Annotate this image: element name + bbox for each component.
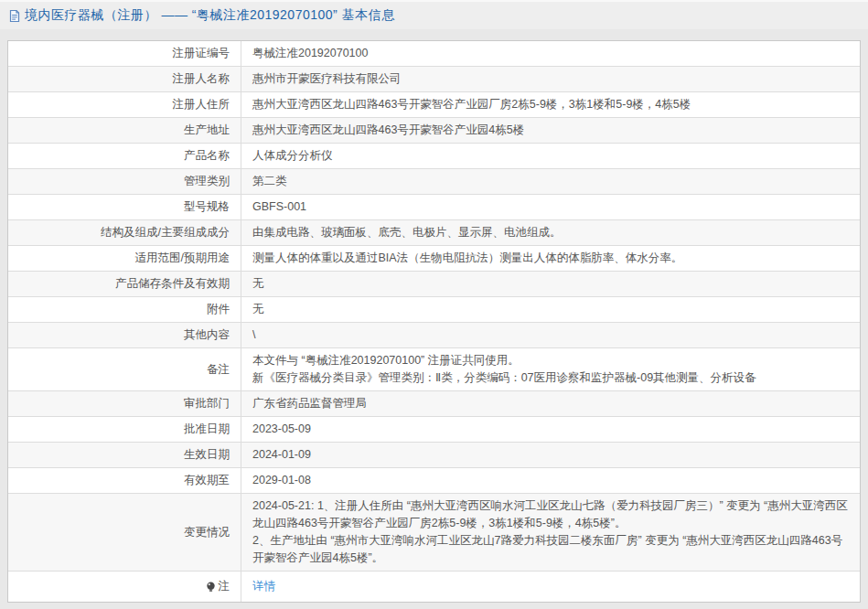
details-link[interactable]: 详情: [252, 578, 275, 595]
row-label: 生产地址: [8, 118, 241, 143]
row-value: 2024-05-21: 1、注册人住所由 “惠州大亚湾西区响水河工业区龙山七路（…: [241, 494, 860, 571]
note-row-value: 详情: [241, 572, 860, 602]
row-label: 审批部门: [8, 391, 241, 416]
table-row: 附件 无: [8, 297, 860, 323]
row-label: 注册人住所: [8, 92, 241, 117]
table-row: 注册人名称 惠州市开蒙医疗科技有限公司: [8, 67, 860, 92]
table-row: 产品名称 人体成分分析仪: [8, 144, 860, 169]
row-label: 管理类别: [8, 169, 241, 194]
registration-info-table: 注册证编号 粤械注准20192070100 注册人名称 惠州市开蒙医疗科技有限公…: [7, 40, 861, 603]
table-row: 备注 本文件与 “粤械注准20192070100” 注册证共同使用。 新《医疗器…: [8, 348, 860, 391]
row-value: 无: [241, 297, 860, 322]
row-label: 批准日期: [8, 417, 241, 442]
row-value: 2023-05-09: [241, 417, 860, 442]
info-table-body: 注册证编号 粤械注准20192070100 注册人名称 惠州市开蒙医疗科技有限公…: [8, 41, 860, 572]
table-row: 管理类别 第二类: [8, 169, 860, 195]
table-row: 型号规格 GBFS-001: [8, 195, 860, 220]
row-label: 备注: [8, 348, 241, 390]
row-value: 第二类: [241, 169, 860, 194]
table-row: 注册人住所 惠州大亚湾西区龙山四路463号开蒙智谷产业园厂房2栋5-9楼，3栋1…: [8, 92, 860, 118]
row-value: 本文件与 “粤械注准20192070100” 注册证共同使用。 新《医疗器械分类…: [241, 348, 860, 390]
row-value: 人体成分分析仪: [241, 144, 860, 168]
row-value: 无: [241, 272, 860, 296]
row-label: 变更情况: [8, 494, 241, 571]
row-label: 其他内容: [8, 323, 241, 347]
row-value: 广东省药品监督管理局: [241, 391, 860, 416]
row-label: 产品名称: [8, 144, 241, 168]
note-row: 注 详情: [8, 572, 860, 602]
table-row: 审批部门 广东省药品监督管理局: [8, 391, 860, 417]
table-row: 产品储存条件及有效期 无: [8, 272, 860, 297]
row-label: 注册证编号: [8, 41, 241, 66]
row-label: 有效期至: [8, 468, 241, 493]
row-value: \: [241, 323, 860, 347]
row-label: 注册人名称: [8, 67, 241, 91]
bulb-icon: [206, 582, 216, 593]
row-label: 型号规格: [8, 195, 241, 219]
row-label: 附件: [8, 297, 241, 322]
note-row-label: 注: [8, 572, 241, 602]
note-label-text: 注: [219, 578, 230, 595]
table-row: 变更情况 2024-05-21: 1、注册人住所由 “惠州大亚湾西区响水河工业区…: [8, 494, 860, 572]
row-label: 生效日期: [8, 443, 241, 467]
page-title: 境内医疗器械（注册） —— “粤械注准20192070100” 基本信息: [25, 7, 395, 24]
table-row: 批准日期 2023-05-09: [8, 417, 860, 443]
row-value: 粤械注准20192070100: [241, 41, 860, 66]
table-row: 注册证编号 粤械注准20192070100: [8, 41, 860, 67]
page-header: 境内医疗器械（注册） —— “粤械注准20192070100” 基本信息: [0, 0, 868, 29]
row-value: 惠州大亚湾西区龙山四路463号开蒙智谷产业园厂房2栋5-9楼，3栋1楼和5-9楼…: [241, 92, 860, 117]
row-label: 产品储存条件及有效期: [8, 272, 241, 296]
table-row: 生产地址 惠州大亚湾西区龙山四路463号开蒙智谷产业园4栋5楼: [8, 118, 860, 144]
document-icon: [8, 9, 21, 23]
row-value: 测量人体的体重以及通过BIA法（生物电阻抗法）测量出人体的体脂肪率、体水分率。: [241, 246, 860, 271]
row-label: 结构及组成/主要组成成分: [8, 220, 241, 245]
row-value: 2024-01-09: [241, 443, 860, 467]
table-row: 生效日期 2024-01-09: [8, 443, 860, 468]
row-value: 2029-01-08: [241, 468, 860, 493]
table-row: 其他内容 \: [8, 323, 860, 348]
row-value: 由集成电路、玻璃面板、底壳、电极片、显示屏、电池组成。: [241, 220, 860, 245]
row-label: 适用范围/预期用途: [8, 246, 241, 271]
table-row: 适用范围/预期用途 测量人体的体重以及通过BIA法（生物电阻抗法）测量出人体的体…: [8, 246, 860, 272]
table-row: 结构及组成/主要组成成分 由集成电路、玻璃面板、底壳、电极片、显示屏、电池组成。: [8, 220, 860, 246]
row-value: 惠州大亚湾西区龙山四路463号开蒙智谷产业园4栋5楼: [241, 118, 860, 143]
row-value: 惠州市开蒙医疗科技有限公司: [241, 67, 860, 91]
table-row: 有效期至 2029-01-08: [8, 468, 860, 494]
row-value: GBFS-001: [241, 195, 860, 219]
